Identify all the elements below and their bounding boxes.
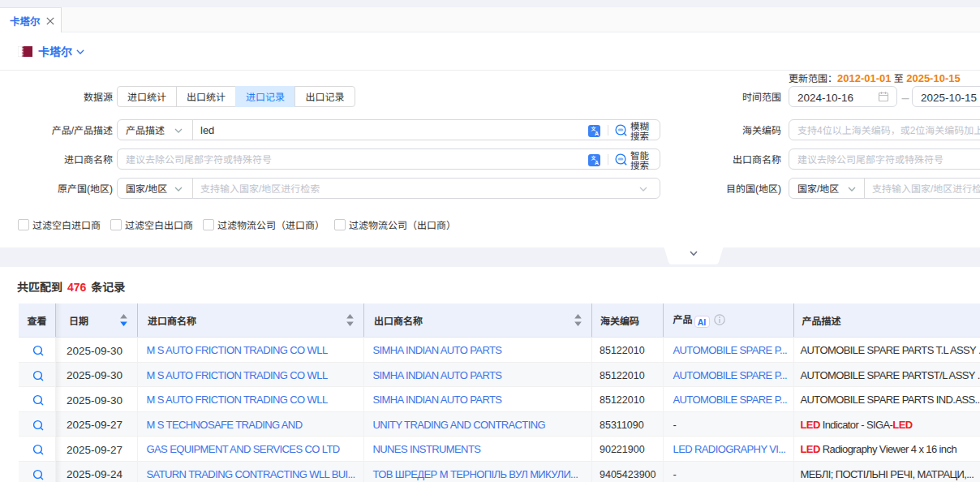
svg-text:A: A — [595, 129, 599, 137]
svg-text:A: A — [595, 158, 599, 166]
